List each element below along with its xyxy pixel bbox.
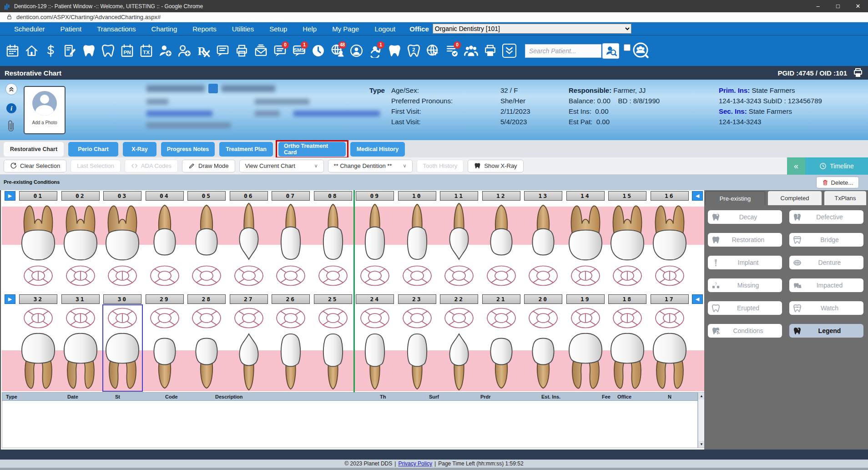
nav-item-transactions[interactable]: Transactions: [89, 25, 143, 33]
tooth-number-28[interactable]: 28: [187, 294, 226, 304]
tooth-graphic-10[interactable]: [396, 202, 439, 262]
tooth-number-02[interactable]: 02: [61, 191, 100, 201]
sidebar-tab-pre-existing[interactable]: Pre-existing: [705, 191, 765, 205]
sidebar-button-restoration[interactable]: Restoration: [708, 233, 782, 247]
tooth-occlusal-17[interactable]: [649, 305, 691, 331]
dollar-icon[interactable]: [41, 40, 60, 61]
tab-treatment-plan[interactable]: Treatment Plan: [219, 142, 273, 157]
tooth-occlusal-03[interactable]: [101, 263, 144, 288]
tooth-number-08[interactable]: 08: [314, 191, 352, 201]
tooth-number-05[interactable]: 05: [187, 191, 226, 201]
tooth-graphic-02[interactable]: [60, 202, 102, 262]
scroll-teeth-left-upper[interactable]: ▶: [5, 191, 15, 201]
tooth-number-13[interactable]: 13: [524, 191, 562, 201]
tooth-number-22[interactable]: 22: [440, 294, 478, 304]
tooth-number-30[interactable]: 30: [103, 294, 141, 304]
tooth-graphic-19[interactable]: [565, 332, 607, 392]
tooth-graphic-16[interactable]: [649, 202, 691, 262]
tooth-occlusal-05[interactable]: [186, 263, 228, 288]
fax-icon[interactable]: [232, 40, 251, 61]
nav-item-reports[interactable]: Reports: [185, 25, 224, 33]
tooth-number-21[interactable]: 21: [482, 294, 520, 304]
tooth-occlusal-16[interactable]: [649, 263, 691, 288]
header-checkbox[interactable]: [624, 44, 631, 51]
sidebar-button-implant[interactable]: Implant: [708, 256, 782, 269]
tooth-occlusal-25[interactable]: [312, 305, 354, 331]
tooth-graphic-23[interactable]: [396, 332, 439, 392]
browser-url-bar[interactable]: denticon.com/ASPX/Charting/AdvancedChart…: [0, 12, 868, 22]
patient-photo-placeholder[interactable]: Add a Photo: [24, 86, 66, 134]
tooth-number-20[interactable]: 20: [524, 294, 562, 304]
scroll-up-icon[interactable]: ▲: [698, 393, 705, 399]
tooth-graphic-03[interactable]: [101, 202, 144, 262]
edit-note-icon[interactable]: [60, 40, 79, 61]
sidebar-button-impacted[interactable]: Impacted: [789, 278, 863, 292]
tooth2-icon[interactable]: [385, 40, 404, 61]
molar-icon[interactable]: [98, 40, 117, 61]
print-icon[interactable]: [480, 40, 500, 61]
tooth-occlusal-18[interactable]: [606, 305, 649, 331]
tooth-graphic-26[interactable]: [270, 332, 312, 392]
tooth-number-17[interactable]: 17: [651, 294, 689, 304]
tooth-occlusal-23[interactable]: [396, 305, 439, 331]
draw-mode-button[interactable]: Draw Mode: [182, 160, 235, 172]
tooth-graphic-32[interactable]: [17, 332, 60, 392]
tooth-occlusal-30[interactable]: [101, 305, 144, 331]
office-select[interactable]: Organic Dentistry [101]: [433, 24, 631, 34]
tooth-occlusal-19[interactable]: [565, 305, 607, 331]
tooth-number-25[interactable]: 25: [314, 294, 352, 304]
tooth-graphic-05[interactable]: [186, 202, 228, 262]
tab-perio-chart[interactable]: Perio Chart: [68, 142, 118, 157]
task-check-icon[interactable]: 0: [442, 40, 461, 61]
sidebar-button-missing[interactable]: ?Missing: [708, 278, 782, 292]
tooth-occlusal-26[interactable]: [270, 305, 312, 331]
tooth-graphic-01[interactable]: [17, 202, 60, 262]
tooth-occlusal-04[interactable]: [144, 263, 186, 288]
tooth-occlusal-11[interactable]: [438, 263, 480, 288]
tooth-number-04[interactable]: 04: [146, 191, 184, 201]
nav-item-logout[interactable]: Logout: [367, 25, 403, 33]
collapse-patient-panel-button[interactable]: [5, 83, 17, 95]
mail-check-icon[interactable]: [251, 40, 270, 61]
tab-x-ray[interactable]: X-Ray: [123, 142, 156, 157]
globe-user-icon[interactable]: 48: [328, 40, 347, 61]
tooth-graphic-24[interactable]: [354, 332, 396, 392]
pn-schedule-icon[interactable]: PN: [117, 40, 136, 61]
nav-item-my-page[interactable]: My Page: [324, 25, 367, 33]
tooth-graphic-15[interactable]: [606, 202, 649, 262]
tooth-graphic-17[interactable]: [649, 332, 691, 392]
tooth-occlusal-22[interactable]: [438, 305, 480, 331]
tooth-number-31[interactable]: 31: [61, 294, 100, 304]
tooth-graphic-07[interactable]: [270, 202, 312, 262]
sidebar-button-defective[interactable]: Defective: [789, 210, 863, 224]
tooth-occlusal-01[interactable]: [17, 263, 60, 288]
nav-item-charting[interactable]: Charting: [144, 25, 185, 33]
show-x-ray-button[interactable]: Show X-Ray: [468, 160, 523, 172]
tooth-graphic-29[interactable]: [144, 332, 186, 392]
tooth-graphic-25[interactable]: [312, 332, 354, 392]
tooth-occlusal-31[interactable]: [60, 305, 102, 331]
tooth-number-16[interactable]: 16: [651, 191, 689, 201]
sidebar-button-erupted[interactable]: Erupted: [708, 301, 782, 315]
tooth-occlusal-07[interactable]: [270, 263, 312, 288]
patients-group-icon[interactable]: [461, 40, 480, 61]
tooth-graphic-31[interactable]: [60, 332, 102, 392]
tooth-occlusal-24[interactable]: [354, 305, 396, 331]
tab-ortho-treatment-card[interactable]: Ortho Treatment Card: [278, 142, 346, 157]
tooth-number-10[interactable]: 10: [398, 191, 436, 201]
tooth-number-01[interactable]: 01: [19, 191, 57, 201]
collapse-toolbar-icon[interactable]: [500, 40, 519, 61]
nav-item-scheduler[interactable]: Scheduler: [6, 25, 53, 33]
home-icon[interactable]: [22, 40, 41, 61]
tooth-number-27[interactable]: 27: [230, 294, 268, 304]
tooth-occlusal-10[interactable]: [396, 263, 439, 288]
nav-item-help[interactable]: Help: [295, 25, 324, 33]
tooth-occlusal-27[interactable]: [228, 305, 270, 331]
tooth-number-06[interactable]: 06: [230, 191, 268, 201]
user-sync-icon[interactable]: 1: [366, 40, 385, 61]
select-view-current-chart[interactable]: View Current Chart∨: [239, 160, 324, 172]
tooth-number-11[interactable]: 11: [440, 191, 478, 201]
globe-profile-icon[interactable]: [347, 40, 366, 61]
tooth-occlusal-06[interactable]: [228, 263, 270, 288]
tooth-graphic-22[interactable]: [438, 332, 480, 392]
